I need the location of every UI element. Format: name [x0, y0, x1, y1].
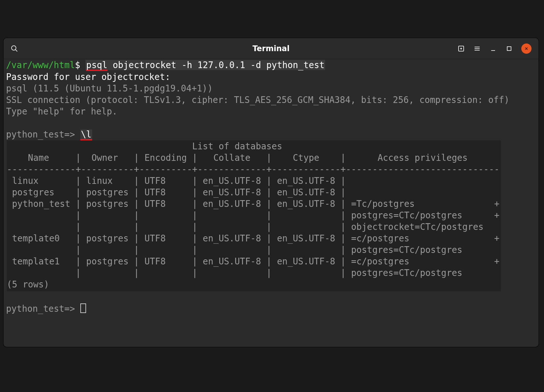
- terminal-window: Terminal: [4, 38, 539, 347]
- db-prompt: python_test=>: [6, 129, 75, 139]
- table-row: linux | linux | UTF8 | en_US.UTF-8 | en_…: [7, 176, 351, 186]
- prompt-symbol: $: [75, 60, 80, 70]
- table-row: | | | | | objectrocket=CTc/postgres: [7, 222, 484, 232]
- hamburger-menu-icon[interactable]: [473, 45, 481, 52]
- svg-line-1: [15, 50, 17, 51]
- ssl-line: SSL connection (protocol: TLSv1.3, ciphe…: [6, 95, 509, 105]
- close-button[interactable]: [521, 43, 532, 54]
- list-title: List of databases: [7, 141, 282, 151]
- svg-point-0: [12, 46, 16, 50]
- minimize-icon[interactable]: [489, 45, 497, 52]
- command-rest: objectrocket -h 127.0.0.1 -d python_test: [108, 60, 325, 70]
- table-row: template1 | postgres | UTF8 | en_US.UTF-…: [7, 256, 500, 266]
- db-list-block: List of databases Name | Owner | Encodin…: [7, 140, 501, 291]
- meta-command: \l: [80, 129, 92, 140]
- search-icon[interactable]: [11, 45, 18, 52]
- new-tab-icon[interactable]: [457, 45, 465, 52]
- table-row: | | | | | postgres=CTc/postgres +: [7, 210, 500, 220]
- terminal-body[interactable]: /var/www/html$ psql objectrocket -h 127.…: [4, 59, 539, 347]
- cursor-icon: [80, 303, 86, 313]
- table-row: | | | | | postgres=CTc/postgres: [7, 245, 462, 255]
- help-line: Type "help" for help.: [6, 106, 117, 116]
- cwd-path: /var/www/html: [6, 60, 75, 70]
- psql-word: psql: [86, 60, 107, 71]
- psql-version: psql (11.5 (Ubuntu 11.5-1.pgdg19.04+1)): [6, 83, 213, 93]
- db-prompt-2: python_test=>: [6, 303, 75, 314]
- titlebar: Terminal: [4, 38, 539, 59]
- svg-rect-9: [507, 47, 511, 51]
- command-line: psql objectrocket -h 127.0.0.1 -d python…: [85, 60, 325, 70]
- table-row: python_test | postgres | UTF8 | en_US.UT…: [7, 199, 500, 209]
- list-header: Name | Owner | Encoding | Collate | Ctyp…: [7, 153, 500, 163]
- maximize-icon[interactable]: [505, 45, 513, 52]
- table-row: postgres | postgres | UTF8 | en_US.UTF-8…: [7, 187, 351, 197]
- row-count: (5 rows): [7, 279, 49, 289]
- table-row: | | | | | postgres=CTc/postgres: [7, 268, 462, 278]
- table-row: template0 | postgres | UTF8 | en_US.UTF-…: [7, 233, 500, 243]
- list-sep: -------------+----------+----------+----…: [7, 164, 500, 174]
- password-prompt: Password for user objectrocket:: [6, 72, 170, 82]
